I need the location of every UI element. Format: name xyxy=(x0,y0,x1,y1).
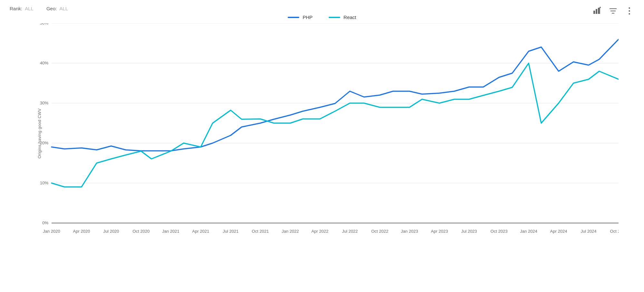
geo-label: Geo: xyxy=(46,6,57,11)
svg-point-3 xyxy=(600,7,601,8)
geo-value[interactable]: ALL xyxy=(59,6,68,11)
x-label-15: Oct 2023 xyxy=(491,229,508,234)
legend: PHP React xyxy=(0,15,644,20)
x-label-17: Apr 2024 xyxy=(550,229,567,234)
react-legend-label: React xyxy=(343,15,356,20)
x-label-1: Apr 2020 xyxy=(73,229,90,234)
svg-rect-0 xyxy=(593,11,595,14)
geo-item: Geo: ALL xyxy=(46,6,68,11)
x-label-18: Jul 2024 xyxy=(581,229,596,234)
page-container: Rank: ALL Geo: ALL xyxy=(0,0,644,292)
chart-area: PHP React Origins having good CWV xyxy=(0,15,644,285)
x-label-13: Apr 2023 xyxy=(431,229,448,234)
y-label-40: 40% xyxy=(40,61,48,65)
x-label-9: Apr 2022 xyxy=(312,229,329,234)
x-label-5: Apr 2021 xyxy=(192,229,209,234)
toolbar-left: Rank: ALL Geo: ALL xyxy=(10,6,68,11)
chart-wrapper: Origins having good CWV 50% 40% 30% 20% … xyxy=(32,23,625,244)
x-label-19: Oct 2024 xyxy=(610,229,619,234)
x-label-12: Jan 2023 xyxy=(401,229,418,234)
main-chart: 50% 40% 30% 20% 10% 0% Jan 2020 Apr 2020… xyxy=(32,23,619,242)
y-label-0: 0% xyxy=(42,220,48,225)
x-label-0: Jan 2020 xyxy=(43,229,60,234)
php-line xyxy=(52,39,619,151)
php-legend-line xyxy=(288,17,299,18)
svg-rect-1 xyxy=(596,9,597,14)
x-label-11: Oct 2022 xyxy=(371,229,389,234)
react-legend-line xyxy=(329,17,340,18)
react-line xyxy=(52,63,619,187)
toolbar: Rank: ALL Geo: ALL xyxy=(0,0,644,11)
y-label-30: 30% xyxy=(40,101,48,105)
x-label-16: Jan 2024 xyxy=(520,229,537,234)
legend-react: React xyxy=(329,15,356,20)
svg-rect-2 xyxy=(598,8,600,14)
x-label-10: Jul 2022 xyxy=(342,229,358,234)
x-label-7: Oct 2021 xyxy=(252,229,269,234)
rank-label: Rank: xyxy=(10,6,22,11)
y-label-10: 10% xyxy=(40,180,48,185)
x-label-6: Jul 2021 xyxy=(223,229,238,234)
legend-php: PHP xyxy=(288,15,312,20)
y-axis-label: Origins having good CWV xyxy=(37,108,42,159)
x-label-3: Oct 2020 xyxy=(133,229,150,234)
rank-value[interactable]: ALL xyxy=(25,6,34,11)
y-label-50: 50% xyxy=(40,23,48,25)
php-legend-label: PHP xyxy=(303,15,312,20)
x-label-4: Jan 2021 xyxy=(162,229,179,234)
x-label-14: Jul 2023 xyxy=(461,229,477,234)
x-label-8: Jan 2022 xyxy=(282,229,299,234)
x-label-2: Jul 2020 xyxy=(103,229,119,234)
rank-item: Rank: ALL xyxy=(10,6,34,11)
